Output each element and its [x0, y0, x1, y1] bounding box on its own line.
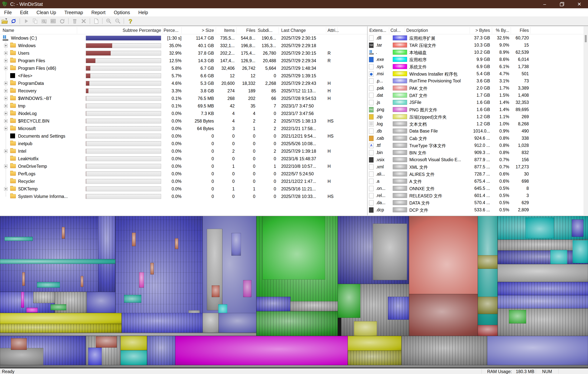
col-description[interactable]: Description [406, 28, 428, 33]
treemap-cell[interactable] [401, 336, 487, 365]
extension-row[interactable]: A.ttfTrueType 字体文件912.0 ...0.8%1,028 [368, 142, 583, 149]
extension-row[interactable]: PNG.pngPNG 图片文件1.6 GB1.4%89,695 [368, 106, 583, 113]
col-color[interactable]: Col... [390, 28, 401, 33]
minimize-button[interactable]: – [536, 0, 553, 8]
treemap-cell[interactable] [348, 351, 401, 365]
extension-row[interactable]: .aA 文件675.4 ...0.6%698 [368, 178, 583, 185]
extension-row[interactable]: .zip压缩(zipped)文件夹1.2 GB1.1%269 [368, 113, 583, 120]
tree-row[interactable]: iNodeLog0.0%7.3 KB4402023/1/7 3:47:56 [0, 110, 368, 117]
tree-row[interactable]: $WINDOWS.~BT0.1%76.5 MB268202662025/7/28… [0, 95, 368, 102]
treemap-cell[interactable] [147, 336, 175, 365]
treemap-cell[interactable] [207, 229, 222, 310]
treemap-cell[interactable] [573, 240, 588, 263]
treemap-cell[interactable] [37, 282, 60, 288]
menu-treemap[interactable]: Treemap [60, 8, 87, 17]
extension-row[interactable]: .dcpDCP 文件533.6 ...0.5%2,809 [368, 206, 583, 214]
expander-icon[interactable] [4, 97, 8, 100]
menu-edit[interactable]: Edit [16, 8, 32, 17]
expander-icon[interactable] [4, 112, 8, 115]
extension-row[interactable]: .p...RunTime Provisioning Tool3.6 GB3.1%… [368, 77, 583, 85]
treemap-cell[interactable] [478, 297, 498, 314]
tree-row[interactable]: $RECYCLE.BIN0.0%258 Bytes4222025/7/25 1:… [0, 117, 368, 125]
tree-row[interactable]: Intel0.0%02022025/7/29 1:39:18H [0, 147, 368, 155]
expander-icon[interactable] [4, 82, 8, 85]
tree-row[interactable]: Windows35.0%40.1 GB332,1...196,8...135,3… [0, 42, 368, 49]
menu-clean-up[interactable]: Clean Up [32, 8, 60, 17]
treemap-cell[interactable] [26, 308, 38, 312]
tree-row[interactable]: Program Files12.5%14.3 GB147,4...126,9..… [0, 57, 368, 64]
tree-row[interactable]: <Files>5.7%6.6 GB121202025/7/29 1:39:15 [0, 72, 368, 80]
treemap-cell[interactable] [388, 297, 409, 320]
treemap-cell[interactable] [122, 313, 203, 333]
help-button[interactable]: ? [126, 17, 135, 25]
treemap-cell[interactable] [219, 313, 256, 333]
tree-row[interactable]: Users32.9%37.8 GB202,2...175,4...26,7802… [0, 49, 368, 57]
treemap[interactable] [0, 216, 588, 368]
treemap-cell[interactable] [262, 216, 325, 279]
extension-row[interactable]: .exe应用程序9.9 GB8.6%6,014 [368, 56, 583, 63]
extension-row[interactable]: .pakPAK 文件2.0 GB1.7%3,389 [368, 85, 583, 92]
treemap-cell[interactable] [0, 333, 256, 336]
treemap-cell[interactable] [0, 324, 122, 333]
menu-file[interactable]: File [0, 8, 16, 17]
treemap-cell[interactable] [98, 216, 115, 292]
tree-row[interactable]: Program Files (x86)5.8%6.7 GB32,40626,74… [0, 64, 368, 72]
extension-row[interactable]: .ali...ALIRES 文件728.7 ...0.6%30 [368, 171, 583, 178]
tree-row[interactable]: Documents and Settings0.0%00002021/12/21… [0, 132, 368, 140]
col-size[interactable]: > Size [184, 28, 214, 33]
treemap-cell[interactable] [498, 282, 588, 295]
treemap-cell[interactable] [525, 218, 554, 238]
expander-icon[interactable] [4, 66, 8, 70]
tree-row[interactable]: ProgramData4.6%5.3 GB20,60018,3322,26820… [0, 80, 368, 87]
col-ext-files[interactable]: Files [512, 28, 529, 33]
expander-icon[interactable] [4, 89, 8, 93]
expander-icon[interactable] [4, 119, 8, 123]
col-bytes-percent[interactable]: % By... [492, 28, 509, 33]
treemap-cell[interactable] [139, 272, 144, 288]
treemap-cell[interactable] [572, 219, 583, 237]
restore-button[interactable] [553, 0, 571, 8]
tree-row[interactable]: inetpub0.0%00002025/5/26 10:08... [0, 140, 368, 147]
treemap-cell[interactable] [121, 350, 147, 365]
treemap-cell[interactable] [124, 295, 141, 303]
treemap-cell[interactable] [509, 310, 526, 323]
close-button[interactable]: ✕ [571, 0, 588, 8]
extension-row[interactable]: .msiWindows Installer 程序包5.4 GB4.7%501 [368, 70, 583, 77]
treemap-cell[interactable] [22, 272, 25, 286]
tree-row[interactable]: Microsoft0.0%64 Bytes3122022/1/21 17:58.… [0, 125, 368, 132]
treemap-cell[interactable] [409, 216, 478, 294]
extension-row[interactable]: .vsixMicrosoft Visual Studio E...877.9 .… [368, 156, 583, 163]
extension-row[interactable]: .da...DATA 文件570.4 ...0.5%629 [368, 199, 583, 206]
extension-row[interactable]: .dll应用程序扩展37.3 GB32.5%60,720 [368, 34, 583, 42]
treemap-cell[interactable] [81, 276, 83, 287]
treemap-cell[interactable] [150, 263, 154, 275]
menu-options[interactable]: Options [110, 8, 134, 17]
treemap-cell[interactable] [33, 292, 55, 303]
expander-icon[interactable] [4, 59, 8, 62]
expander-icon[interactable] [4, 127, 8, 130]
vertical-scrollbar[interactable] [583, 26, 588, 215]
col-extension[interactable]: Extens... [369, 28, 386, 33]
col-bytes[interactable]: > Bytes [456, 28, 490, 33]
tree-row[interactable]: LeakHotfix0.0%00002023/1/6 15:48:37 [0, 155, 368, 162]
treemap-cell[interactable] [256, 297, 291, 311]
open-button[interactable] [0, 17, 9, 25]
tree-row[interactable]: OneDriveTemp0.0%01012022/10/8 10:57...H [0, 162, 368, 170]
treemap-cell[interactable] [203, 313, 219, 333]
treemap-cell[interactable] [96, 336, 117, 348]
tree-row[interactable]: tmp0.1%69.5 MB423572023/1/7 3:47:50 [0, 102, 368, 110]
treemap-cell[interactable] [348, 336, 401, 351]
col-subtree-percentage[interactable]: Subtree Percentage [86, 28, 161, 33]
treemap-cell[interactable] [478, 216, 498, 336]
extension-row[interactable]: .datDAT 文件1.7 GB1.5%1,408 [368, 92, 583, 99]
treemap-cell[interactable] [132, 233, 136, 246]
treemap-cell[interactable] [21, 292, 24, 308]
col-last-change[interactable]: Last Change [281, 28, 306, 33]
treemap-cell[interactable] [231, 233, 241, 256]
extension-row[interactable]: .本地磁盘10.2 GB8.9%62,539 [368, 49, 583, 56]
extension-row[interactable]: .cabCab 文件924.6 ...0.8%338 [368, 135, 583, 142]
col-files[interactable]: Files [237, 28, 255, 33]
extension-row[interactable]: .xmlXML 文件877.5 ...0.7%17,273 [368, 163, 583, 171]
expander-icon[interactable] [4, 150, 8, 153]
treemap-cell[interactable] [478, 255, 498, 269]
